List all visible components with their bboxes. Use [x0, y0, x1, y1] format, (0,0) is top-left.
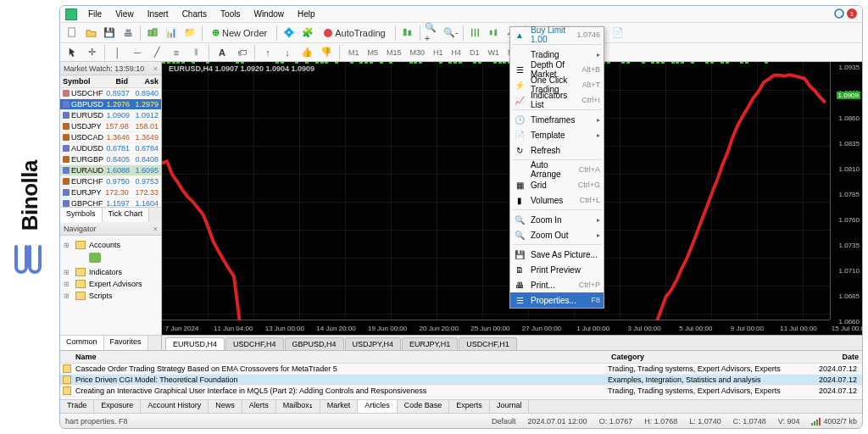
open-folder-icon[interactable]	[82, 25, 99, 42]
arrow-down-icon[interactable]: ↓	[279, 44, 296, 61]
trendline-icon[interactable]: ╱	[148, 44, 165, 61]
timeframe-H4[interactable]: H4	[448, 47, 466, 58]
market-row-GBPCHF[interactable]: GBPCHF 1.1597 1.1604	[60, 198, 161, 207]
fibo-icon[interactable]: ⦀	[187, 44, 204, 61]
nav-accounts[interactable]: Accounts	[64, 239, 158, 251]
col-ask[interactable]: Ask	[131, 75, 161, 87]
terminal-tab-articles[interactable]: Articles	[358, 400, 398, 413]
market-row-EURGBP[interactable]: EURGBP 0.8405 0.8408	[60, 154, 161, 165]
menu-file[interactable]: File	[82, 8, 108, 20]
expert-advisor-icon[interactable]: 🧩	[299, 25, 316, 42]
market-row-EURUSD[interactable]: EURUSD 1.0909 1.0912	[60, 110, 161, 121]
col-name[interactable]: Name	[72, 351, 608, 363]
terminal-tab-trade[interactable]: Trade	[60, 400, 94, 413]
ctx-template[interactable]: 📄 Template ▸	[510, 127, 604, 142]
timeframe-W1[interactable]: W1	[484, 47, 504, 58]
market-row-GBPUSD[interactable]: GBPUSD 1.2976 1.2979	[60, 99, 161, 110]
navigator-toggle-icon[interactable]: 📁	[181, 25, 198, 42]
close-icon[interactable]: ×	[153, 64, 158, 73]
new-order-button[interactable]: ⊕New Order	[206, 25, 273, 42]
marketwatch-toggle-icon[interactable]: 📊	[163, 25, 180, 42]
alert-badge[interactable]: 1	[847, 8, 857, 19]
channel-icon[interactable]: ≡	[168, 44, 185, 61]
print-icon[interactable]: 🖶	[120, 25, 136, 42]
market-row-EURAUD[interactable]: EURAUD 1.6088 1.6095	[60, 165, 161, 176]
terminal-tab-news[interactable]: News	[209, 400, 242, 413]
ctx-indicators-list[interactable]: 📈 Indicators List Ctrl+I	[510, 92, 604, 108]
vline-icon[interactable]: │	[109, 44, 126, 61]
close-icon[interactable]: ×	[153, 225, 158, 233]
market-row-USDJPY[interactable]: USDJPY 157.98 158.01	[60, 121, 161, 132]
menu-window[interactable]: Window	[248, 8, 290, 20]
metaquotes-icon[interactable]: 💠	[281, 25, 298, 42]
thumbs-up-icon[interactable]: 👍	[298, 44, 315, 61]
ctx-grid[interactable]: ▦ Grid Ctrl+G	[510, 177, 604, 192]
mw-tab-symbols[interactable]: Symbols	[60, 208, 103, 222]
terminal-tab-exposure[interactable]: Exposure	[94, 400, 141, 413]
terminal-tab-code-base[interactable]: Code Base	[398, 400, 450, 413]
autotrading-button[interactable]: AutoTrading	[318, 25, 392, 42]
chart-tab-GBPUSD-H4[interactable]: GBPUSD,H4	[285, 337, 344, 350]
market-row-EURJPY[interactable]: EURJPY 172.30 172.33	[60, 187, 161, 198]
col-category[interactable]: Category	[608, 351, 811, 363]
chart-tab-USDCHF-H4[interactable]: USDCHF,H4	[225, 337, 284, 350]
chart-tab-EURJPY-H1[interactable]: EURJPY,H1	[402, 337, 458, 350]
menu-charts[interactable]: Charts	[176, 8, 213, 20]
timeframe-M15[interactable]: M15	[382, 47, 406, 58]
terminal-tab-account-history[interactable]: Account History	[141, 400, 209, 413]
menu-tools[interactable]: Tools	[214, 8, 246, 20]
nav-scripts[interactable]: Scripts	[64, 290, 158, 302]
market-row-AUDUSD[interactable]: AUDUSD 0.6781 0.6784	[60, 143, 161, 154]
zoom-in-icon[interactable]: 🔍+	[424, 25, 441, 42]
help-icon[interactable]	[834, 8, 844, 19]
article-row[interactable]: Creating an Interactive Graphical User I…	[60, 386, 862, 397]
chart-tab-USDJPY-H4[interactable]: USDJPY,H4	[345, 337, 401, 350]
chart-tab-EURUSD-H4[interactable]: EURUSD,H4	[165, 337, 225, 350]
mw-tab-tick-chart[interactable]: Tick Chart	[103, 208, 150, 222]
ctx-volumes[interactable]: ▮ Volumes Ctrl+L	[510, 192, 604, 208]
ctx-auto-arrange[interactable]: Auto Arrange Ctrl+A	[510, 162, 604, 177]
label-icon[interactable]: 🏷	[233, 44, 250, 61]
ctx-buy-limit[interactable]: ▲ Buy Limit 1.00 1.0746	[510, 27, 604, 42]
profile-group-icon[interactable]	[144, 25, 161, 42]
hline-icon[interactable]: ─	[129, 44, 146, 61]
article-row[interactable]: Cascade Order Trading Strategy Based on …	[60, 364, 862, 375]
nav-tab-favorites[interactable]: Favorites	[104, 336, 148, 350]
nav-tab-common[interactable]: Common	[60, 336, 104, 350]
ctx-timeframes[interactable]: 🕒 Timeframes ▸	[510, 112, 604, 127]
timeframe-H1[interactable]: H1	[429, 47, 448, 58]
new-doc-icon[interactable]	[64, 25, 81, 42]
arrow-up-icon[interactable]: ↑	[259, 44, 276, 61]
col-date[interactable]: Date	[811, 351, 862, 363]
chart-tab-USDCHF-H1[interactable]: USDCHF,H1	[459, 337, 517, 350]
col-bid[interactable]: Bid	[100, 75, 131, 87]
crosshair-icon[interactable]: ✛	[83, 44, 100, 61]
thumbs-down-icon[interactable]: 👎	[318, 44, 335, 61]
terminal-tab-market[interactable]: Market	[320, 400, 359, 413]
ctx-refresh[interactable]: ↻ Refresh	[510, 142, 604, 158]
ctx-print-[interactable]: 🖶 Print... Ctrl+P	[510, 277, 604, 292]
ctx-print-preview[interactable]: 🗎 Print Preview	[510, 262, 604, 277]
templates-icon[interactable]: 📄	[609, 25, 626, 42]
article-row[interactable]: Price Driven CGI Model: Theoretical Foun…	[60, 375, 862, 386]
market-row-USDCHF[interactable]: USDCHF 0.8937 0.8940	[60, 88, 161, 99]
new-chart-icon[interactable]	[399, 25, 416, 42]
bars-icon[interactable]	[467, 25, 484, 42]
terminal-tab-journal[interactable]: Journal	[490, 400, 530, 413]
timeframe-M1[interactable]: M1	[344, 47, 364, 58]
save-icon[interactable]: 💾	[101, 25, 118, 42]
timeframe-D1[interactable]: D1	[465, 47, 484, 58]
zoom-out-icon[interactable]: 🔍-	[442, 25, 459, 42]
menu-help[interactable]: Help	[292, 8, 321, 20]
terminal-tab-mailbox₁[interactable]: Mailbox₁	[276, 400, 320, 413]
terminal-tab-alerts[interactable]: Alerts	[242, 400, 276, 413]
terminal-tab-experts[interactable]: Experts	[449, 400, 490, 413]
market-row-EURCHF[interactable]: EURCHF 0.9750 0.9753	[60, 176, 161, 187]
candles-icon[interactable]	[486, 25, 503, 42]
timeframe-M30[interactable]: M30	[406, 47, 430, 58]
cursor-icon[interactable]	[64, 44, 81, 61]
menu-insert[interactable]: Insert	[142, 8, 175, 20]
nav-expert-advisors[interactable]: Expert Advisors	[64, 278, 158, 290]
menu-view[interactable]: View	[109, 8, 140, 20]
ctx-zoom-out[interactable]: 🔍 Zoom Out ▸	[510, 227, 604, 242]
